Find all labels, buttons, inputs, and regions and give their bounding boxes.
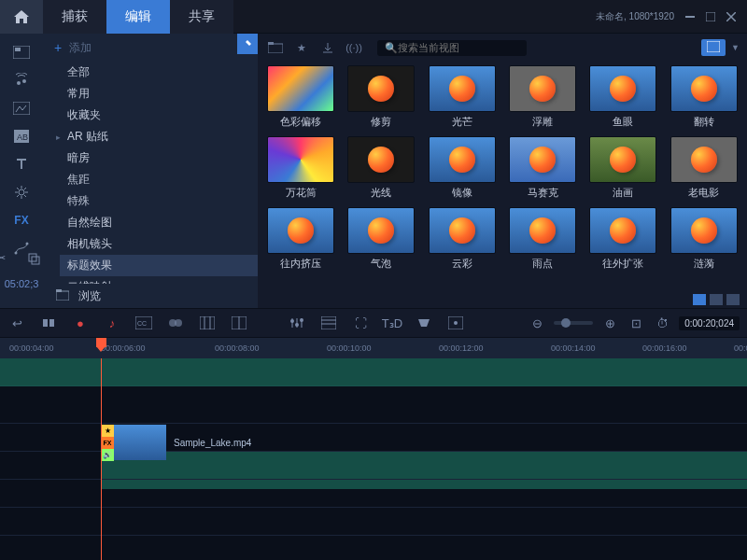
add-label[interactable]: 添加	[69, 40, 92, 56]
broadcast-icon[interactable]: ((·))	[344, 37, 364, 58]
category-item[interactable]: 自然绘图	[60, 212, 258, 233]
layout-option-3[interactable]	[726, 294, 740, 305]
effect-thumb[interactable]: 老电影	[667, 136, 741, 202]
tool-subtitle-icon[interactable]: CC	[134, 314, 153, 332]
effect-thumb[interactable]: 修剪	[344, 65, 418, 131]
search-input[interactable]	[398, 42, 519, 53]
effect-thumb[interactable]: 云彩	[425, 207, 500, 273]
settings-icon[interactable]	[7, 179, 36, 205]
track-row[interactable]	[0, 480, 747, 508]
text-icon[interactable]	[7, 151, 36, 177]
tool-3d-icon[interactable]: T₃D	[383, 314, 402, 332]
effect-thumb[interactable]: 色彩偏移	[263, 65, 338, 131]
folder-icon[interactable]	[265, 37, 286, 58]
browse-label[interactable]: 浏览	[78, 288, 101, 304]
zoom-out-icon[interactable]: ⊖	[528, 314, 546, 332]
effect-label: 雨点	[532, 257, 553, 271]
tool-multi-icon[interactable]	[198, 314, 217, 332]
timeline-ruler[interactable]: 00:00:04:0000:00:06:0000:00:08:0000:00:1…	[0, 338, 747, 358]
clip-segment[interactable]	[0, 358, 747, 386]
effect-thumb[interactable]: 浮雕	[505, 65, 580, 131]
timecode-display[interactable]: 0:00:20;024	[679, 316, 740, 330]
effect-thumb[interactable]: 往内挤压	[263, 207, 338, 273]
tab-capture[interactable]: 捕获	[43, 0, 106, 34]
import-icon[interactable]	[317, 37, 338, 58]
effect-thumb[interactable]: 翻转	[667, 65, 741, 131]
layout-option-1[interactable]	[693, 294, 706, 305]
effect-thumb[interactable]: 镜像	[425, 136, 500, 202]
favorite-icon[interactable]: ★	[291, 37, 312, 58]
effect-thumb[interactable]: 光芒	[425, 65, 500, 131]
category-item[interactable]: 暗房	[60, 147, 258, 169]
panel-icon-1[interactable]	[7, 39, 36, 65]
tab-edit[interactable]: 编辑	[106, 0, 170, 34]
tool-focus-icon[interactable]: ⛶	[351, 314, 370, 332]
fx-icon[interactable]: FX	[7, 207, 36, 233]
cut-icon[interactable]: ✂	[0, 252, 16, 271]
category-item[interactable]: 二维映射	[60, 276, 258, 284]
effect-preview	[429, 207, 496, 254]
effect-thumb[interactable]: 万花筒	[263, 136, 338, 202]
svg-rect-17	[29, 254, 36, 261]
tool-mixer-icon[interactable]	[288, 314, 306, 332]
zoom-in-icon[interactable]: ⊕	[600, 314, 619, 332]
effect-thumb[interactable]: 鱼眼	[585, 65, 660, 131]
transition-icon[interactable]	[7, 95, 36, 121]
effect-thumb[interactable]: 雨点	[505, 207, 580, 273]
svg-rect-15	[268, 42, 274, 45]
tool-record-icon[interactable]: ●	[71, 314, 90, 332]
tab-share[interactable]: 共享	[170, 0, 233, 34]
search-box[interactable]: 🔍	[377, 40, 527, 56]
timeline[interactable]: ★ FX 🔊 Sample_Lake.mp4	[0, 358, 747, 560]
pin-button[interactable]	[237, 34, 258, 54]
category-item[interactable]: 收藏夹	[60, 105, 258, 126]
minimize-button[interactable]	[684, 10, 697, 23]
home-button[interactable]	[0, 0, 43, 34]
tool-1-icon[interactable]	[39, 314, 58, 332]
tool-audio-icon[interactable]: ♪	[103, 314, 121, 332]
track-row[interactable]	[0, 508, 747, 536]
tool-mask-icon[interactable]	[415, 314, 433, 332]
title-icon[interactable]: AB	[7, 123, 36, 149]
browse-icon[interactable]	[56, 289, 69, 303]
copy-icon[interactable]	[27, 252, 46, 271]
effect-thumb[interactable]: 马赛克	[505, 136, 580, 202]
tool-track-icon[interactable]	[446, 314, 465, 332]
svg-rect-19	[43, 319, 48, 327]
grid-view-button[interactable]	[701, 39, 726, 56]
playhead[interactable]	[101, 358, 102, 560]
ruler-mark: 00:00:06:00	[101, 343, 146, 353]
category-item[interactable]: 相机镜头	[60, 233, 258, 255]
tool-split2-icon[interactable]	[230, 314, 248, 332]
effect-thumb[interactable]: 气泡	[344, 207, 418, 273]
media-clip[interactable]: ★ FX 🔊 Sample_Lake.mp4	[101, 424, 251, 461]
sidebar-header: + 添加	[43, 34, 258, 62]
category-item[interactable]: 标题效果	[60, 255, 258, 276]
effect-thumb[interactable]: 往外扩张	[585, 207, 660, 273]
effect-label: 老电影	[688, 186, 719, 200]
zoom-slider[interactable]	[554, 321, 593, 325]
effect-thumb[interactable]: 光线	[344, 136, 418, 202]
category-item[interactable]: 特殊	[60, 190, 258, 212]
effect-thumb[interactable]: 油画	[585, 136, 660, 202]
audio-icon[interactable]	[7, 67, 36, 93]
close-button[interactable]	[725, 10, 738, 23]
tool-guide-icon[interactable]	[319, 314, 338, 332]
zoom-fit-icon[interactable]: ⊡	[627, 314, 645, 332]
tool-blend-icon[interactable]	[166, 314, 185, 332]
plus-icon[interactable]: +	[54, 40, 62, 55]
track-row[interactable]	[0, 358, 747, 386]
stopwatch-icon[interactable]: ⏱	[653, 314, 671, 332]
grid-footer	[258, 291, 747, 308]
maximize-button[interactable]	[704, 10, 717, 23]
category-item[interactable]: AR 贴纸	[60, 126, 258, 147]
effect-thumb[interactable]: 涟漪	[667, 207, 741, 273]
category-item[interactable]: 焦距	[60, 169, 258, 190]
category-item[interactable]: 全部	[60, 62, 258, 83]
view-dropdown-icon[interactable]: ▼	[731, 43, 740, 52]
effect-preview	[589, 65, 656, 112]
track-row[interactable]	[0, 386, 747, 424]
back-icon[interactable]: ↩	[7, 314, 26, 332]
category-item[interactable]: 常用	[60, 83, 258, 105]
layout-option-2[interactable]	[710, 294, 723, 305]
